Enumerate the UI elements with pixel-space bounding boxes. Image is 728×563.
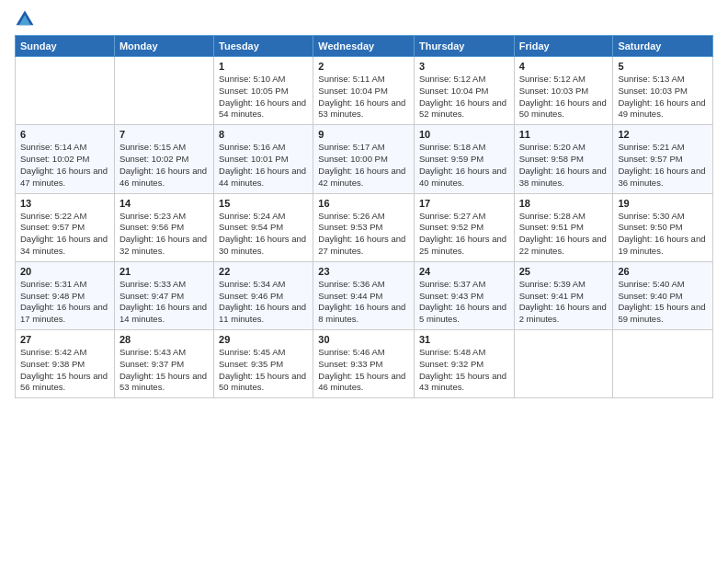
day-number: 21 [119,266,209,277]
day-number: 4 [519,61,609,72]
weekday-header-sunday: Sunday [16,36,115,57]
day-number: 22 [219,266,308,277]
day-info: Sunrise: 5:28 AM Sunset: 9:51 PM Dayligh… [519,211,609,258]
day-number: 10 [419,129,509,140]
day-number: 23 [318,266,409,277]
calendar-cell-5-1: 27Sunrise: 5:42 AM Sunset: 9:38 PM Dayli… [16,330,115,398]
calendar-week-row-3: 13Sunrise: 5:22 AM Sunset: 9:57 PM Dayli… [16,193,713,261]
calendar-cell-3-7: 19Sunrise: 5:30 AM Sunset: 9:50 PM Dayli… [613,193,713,261]
weekday-header-thursday: Thursday [414,36,514,57]
day-number: 12 [618,129,708,140]
day-info: Sunrise: 5:31 AM Sunset: 9:48 PM Dayligh… [20,279,109,326]
day-number: 20 [20,266,109,277]
day-info: Sunrise: 5:27 AM Sunset: 9:52 PM Dayligh… [419,211,509,258]
day-number: 19 [618,198,708,209]
weekday-header-row: SundayMondayTuesdayWednesdayThursdayFrid… [16,36,713,57]
day-info: Sunrise: 5:39 AM Sunset: 9:41 PM Dayligh… [519,279,609,326]
calendar-cell-1-7: 5Sunrise: 5:13 AM Sunset: 10:03 PM Dayli… [613,57,713,125]
day-number: 7 [119,129,209,140]
day-number: 13 [20,198,109,209]
day-info: Sunrise: 5:17 AM Sunset: 10:00 PM Daylig… [318,142,409,189]
day-number: 15 [219,198,308,209]
day-info: Sunrise: 5:16 AM Sunset: 10:01 PM Daylig… [219,142,308,189]
calendar-cell-3-5: 17Sunrise: 5:27 AM Sunset: 9:52 PM Dayli… [414,193,514,261]
day-info: Sunrise: 5:33 AM Sunset: 9:47 PM Dayligh… [119,279,209,326]
day-info: Sunrise: 5:24 AM Sunset: 9:54 PM Dayligh… [219,211,308,258]
calendar-cell-1-4: 2Sunrise: 5:11 AM Sunset: 10:04 PM Dayli… [313,57,415,125]
calendar-cell-3-1: 13Sunrise: 5:22 AM Sunset: 9:57 PM Dayli… [16,193,115,261]
calendar-cell-1-6: 4Sunrise: 5:12 AM Sunset: 10:03 PM Dayli… [514,57,613,125]
calendar-cell-1-1 [16,57,115,125]
calendar-table: SundayMondayTuesdayWednesdayThursdayFrid… [15,35,713,398]
calendar-cell-4-4: 23Sunrise: 5:36 AM Sunset: 9:44 PM Dayli… [313,261,415,329]
day-info: Sunrise: 5:15 AM Sunset: 10:02 PM Daylig… [119,142,209,189]
day-info: Sunrise: 5:34 AM Sunset: 9:46 PM Dayligh… [219,279,308,326]
logo [15,9,37,29]
calendar-week-row-5: 27Sunrise: 5:42 AM Sunset: 9:38 PM Dayli… [16,330,713,398]
calendar-cell-3-4: 16Sunrise: 5:26 AM Sunset: 9:53 PM Dayli… [313,193,415,261]
day-info: Sunrise: 5:23 AM Sunset: 9:56 PM Dayligh… [119,211,209,258]
day-number: 28 [119,334,209,345]
day-info: Sunrise: 5:18 AM Sunset: 9:59 PM Dayligh… [419,142,509,189]
calendar-cell-4-1: 20Sunrise: 5:31 AM Sunset: 9:48 PM Dayli… [16,261,115,329]
day-number: 16 [318,198,409,209]
day-number: 31 [419,334,509,345]
calendar-cell-4-3: 22Sunrise: 5:34 AM Sunset: 9:46 PM Dayli… [214,261,313,329]
day-info: Sunrise: 5:20 AM Sunset: 9:58 PM Dayligh… [519,142,609,189]
day-number: 8 [219,129,308,140]
calendar-cell-2-3: 8Sunrise: 5:16 AM Sunset: 10:01 PM Dayli… [214,125,313,193]
day-number: 24 [419,266,509,277]
day-number: 17 [419,198,509,209]
day-number: 11 [519,129,609,140]
day-number: 27 [20,334,109,345]
day-number: 9 [318,129,409,140]
day-info: Sunrise: 5:12 AM Sunset: 10:04 PM Daylig… [419,74,509,121]
day-info: Sunrise: 5:26 AM Sunset: 9:53 PM Dayligh… [318,211,409,258]
calendar-cell-2-1: 6Sunrise: 5:14 AM Sunset: 10:02 PM Dayli… [16,125,115,193]
calendar-week-row-4: 20Sunrise: 5:31 AM Sunset: 9:48 PM Dayli… [16,261,713,329]
calendar-cell-1-5: 3Sunrise: 5:12 AM Sunset: 10:04 PM Dayli… [414,57,514,125]
calendar-cell-3-3: 15Sunrise: 5:24 AM Sunset: 9:54 PM Dayli… [214,193,313,261]
day-info: Sunrise: 5:37 AM Sunset: 9:43 PM Dayligh… [419,279,509,326]
calendar-cell-2-7: 12Sunrise: 5:21 AM Sunset: 9:57 PM Dayli… [613,125,713,193]
day-info: Sunrise: 5:11 AM Sunset: 10:04 PM Daylig… [318,74,409,121]
day-number: 5 [618,61,708,72]
day-info: Sunrise: 5:36 AM Sunset: 9:44 PM Dayligh… [318,279,409,326]
calendar-cell-1-2 [114,57,213,125]
calendar-cell-4-6: 25Sunrise: 5:39 AM Sunset: 9:41 PM Dayli… [514,261,613,329]
calendar-cell-5-3: 29Sunrise: 5:45 AM Sunset: 9:35 PM Dayli… [214,330,313,398]
day-info: Sunrise: 5:48 AM Sunset: 9:32 PM Dayligh… [419,347,509,394]
calendar-cell-5-7 [613,330,713,398]
day-number: 30 [318,334,409,345]
calendar-cell-3-6: 18Sunrise: 5:28 AM Sunset: 9:51 PM Dayli… [514,193,613,261]
weekday-header-friday: Friday [514,36,613,57]
page-header [15,9,713,29]
day-info: Sunrise: 5:14 AM Sunset: 10:02 PM Daylig… [20,142,109,189]
logo-icon [15,9,35,29]
day-number: 1 [219,61,308,72]
day-info: Sunrise: 5:21 AM Sunset: 9:57 PM Dayligh… [618,142,708,189]
calendar-week-row-2: 6Sunrise: 5:14 AM Sunset: 10:02 PM Dayli… [16,125,713,193]
day-info: Sunrise: 5:40 AM Sunset: 9:40 PM Dayligh… [618,279,708,326]
calendar-cell-1-3: 1Sunrise: 5:10 AM Sunset: 10:05 PM Dayli… [214,57,313,125]
weekday-header-monday: Monday [114,36,213,57]
day-info: Sunrise: 5:10 AM Sunset: 10:05 PM Daylig… [219,74,308,121]
day-info: Sunrise: 5:45 AM Sunset: 9:35 PM Dayligh… [219,347,308,394]
day-number: 29 [219,334,308,345]
calendar-cell-2-4: 9Sunrise: 5:17 AM Sunset: 10:00 PM Dayli… [313,125,415,193]
day-number: 14 [119,198,209,209]
calendar-cell-2-5: 10Sunrise: 5:18 AM Sunset: 9:59 PM Dayli… [414,125,514,193]
calendar-cell-5-2: 28Sunrise: 5:43 AM Sunset: 9:37 PM Dayli… [114,330,213,398]
calendar-cell-2-2: 7Sunrise: 5:15 AM Sunset: 10:02 PM Dayli… [114,125,213,193]
weekday-header-tuesday: Tuesday [214,36,313,57]
day-number: 26 [618,266,708,277]
day-number: 6 [20,129,109,140]
calendar-cell-4-7: 26Sunrise: 5:40 AM Sunset: 9:40 PM Dayli… [613,261,713,329]
calendar-cell-5-6 [514,330,613,398]
calendar-cell-5-5: 31Sunrise: 5:48 AM Sunset: 9:32 PM Dayli… [414,330,514,398]
calendar-cell-3-2: 14Sunrise: 5:23 AM Sunset: 9:56 PM Dayli… [114,193,213,261]
day-info: Sunrise: 5:13 AM Sunset: 10:03 PM Daylig… [618,74,708,121]
day-info: Sunrise: 5:46 AM Sunset: 9:33 PM Dayligh… [318,347,409,394]
day-info: Sunrise: 5:22 AM Sunset: 9:57 PM Dayligh… [20,211,109,258]
day-number: 3 [419,61,509,72]
